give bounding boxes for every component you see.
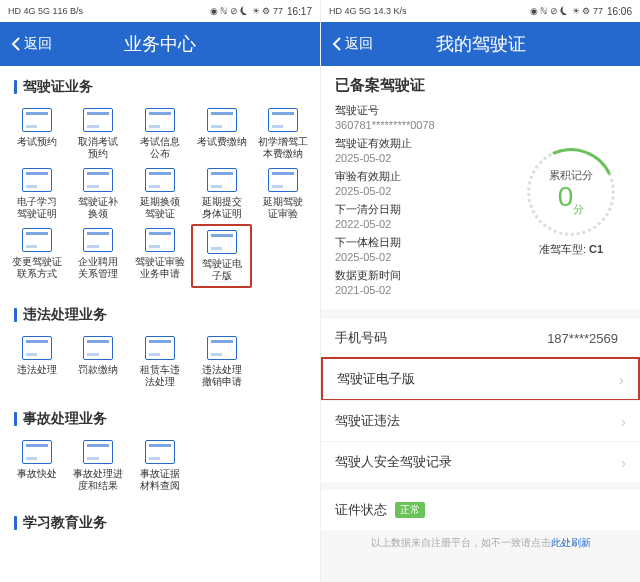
license-field: 下一体检日期2025-05-02 (335, 235, 506, 263)
service-grid: 考试预约取消考试 预约考试信息 公布考试费缴纳初学增驾工 本费缴纳电子学习 驾驶… (0, 104, 320, 294)
license-field: 下一清分日期2022-05-02 (335, 202, 506, 230)
field-key: 驾驶证有效期止 (335, 136, 506, 151)
field-key: 下一体检日期 (335, 235, 506, 250)
license-detail: 已备案驾驶证 驾驶证号360781*********0078驾驶证有效期止202… (321, 66, 640, 582)
back-label: 返回 (345, 35, 373, 53)
section-title: 违法处理业务 (0, 294, 320, 332)
service-label: 驾驶证审验 业务申请 (135, 256, 185, 280)
chevron-left-icon (331, 36, 343, 52)
service-item[interactable]: 初学增驾工 本费缴纳 (252, 104, 314, 164)
status-badge: 正常 (395, 502, 425, 518)
header: 返回 业务中心 (0, 22, 320, 66)
service-label: 考试信息 公布 (140, 136, 180, 160)
service-label: 变更驾驶证 联系方式 (12, 256, 62, 280)
service-item[interactable]: 事故处理进 度和结果 (68, 436, 130, 496)
service-item[interactable]: 事故快处 (6, 436, 68, 496)
field-key: 下一清分日期 (335, 202, 506, 217)
field-key: 审验有效期止 (335, 169, 506, 184)
service-label: 企业聘用 关系管理 (78, 256, 118, 280)
service-label: 租赁车违 法处理 (140, 364, 180, 388)
card-heading: 已备案驾驶证 (335, 76, 626, 95)
chevron-right-icon: › (621, 454, 626, 471)
left-screenshot: HD 4G 5G 116 B/s ◉ ℕ ⊘ ⏾ ☀ ⚙ 7716:17 返回 … (0, 0, 320, 582)
service-label: 考试预约 (17, 136, 57, 160)
license-field: 审验有效期止2025-05-02 (335, 169, 506, 197)
service-item[interactable]: 变更驾驶证 联系方式 (6, 224, 68, 288)
service-label: 初学增驾工 本费缴纳 (258, 136, 308, 160)
field-list: 驾驶证号360781*********0078驾驶证有效期止2025-05-02… (335, 103, 506, 301)
back-button[interactable]: 返回 (321, 35, 383, 53)
service-label: 考试费缴纳 (197, 136, 247, 160)
field-value: 2025-05-02 (335, 185, 506, 197)
service-item[interactable]: 驾驶证审验 业务申请 (129, 224, 191, 288)
service-icon (207, 108, 237, 132)
service-item[interactable]: 驾驶证电 子版 (191, 224, 253, 288)
field-value: 2025-05-02 (335, 251, 506, 263)
service-item[interactable]: 事故证据 材料查阅 (129, 436, 191, 496)
service-icon (207, 336, 237, 360)
nav-row[interactable]: 驾驶证违法› (321, 400, 640, 441)
service-item[interactable]: 考试费缴纳 (191, 104, 253, 164)
license-field: 驾驶证号360781*********0078 (335, 103, 506, 131)
service-icon (22, 336, 52, 360)
row-label: 驾驶证违法 (335, 412, 400, 430)
footer-note: 以上数据来自注册平台，如不一致请点击此处刷新 (321, 530, 640, 552)
header: 返回 我的驾驶证 (321, 22, 640, 66)
back-button[interactable]: 返回 (0, 35, 62, 53)
service-item[interactable]: 罚款缴纳 (68, 332, 130, 392)
refresh-link[interactable]: 此处刷新 (551, 537, 591, 548)
field-value: 2022-05-02 (335, 218, 506, 230)
service-item[interactable]: 违法处理 (6, 332, 68, 392)
section-title: 驾驶证业务 (0, 66, 320, 104)
service-item (191, 436, 253, 496)
back-label: 返回 (24, 35, 52, 53)
service-item[interactable]: 违法处理 撤销申请 (191, 332, 253, 392)
service-item[interactable]: 延期提交 身体证明 (191, 164, 253, 224)
service-item[interactable]: 考试预约 (6, 104, 68, 164)
service-item[interactable]: 延期换领 驾驶证 (129, 164, 191, 224)
service-label: 延期提交 身体证明 (202, 196, 242, 220)
nav-row[interactable]: 驾驶人安全驾驶记录› (321, 441, 640, 482)
cert-state-label: 证件状态 (335, 501, 387, 519)
service-label: 电子学习 驾驶证明 (17, 196, 57, 220)
service-icon (83, 336, 113, 360)
service-list: 驾驶证业务考试预约取消考试 预约考试信息 公布考试费缴纳初学增驾工 本费缴纳电子… (0, 66, 320, 582)
license-field: 数据更新时间2021-05-02 (335, 268, 506, 296)
service-label: 事故证据 材料查阅 (140, 468, 180, 492)
service-label: 取消考试 预约 (78, 136, 118, 160)
service-item[interactable]: 延期驾驶 证审验 (252, 164, 314, 224)
chevron-right-icon: › (621, 413, 626, 430)
service-icon (83, 228, 113, 252)
section-title: 学习教育业务 (0, 502, 320, 540)
service-icon (22, 168, 52, 192)
service-item[interactable]: 驾驶证补 换领 (68, 164, 130, 224)
gauge-value: 0 (558, 181, 574, 212)
gauge-label: 累积记分 (549, 168, 593, 183)
service-icon (207, 168, 237, 192)
service-item[interactable]: 电子学习 驾驶证明 (6, 164, 68, 224)
service-icon (207, 230, 237, 254)
service-item[interactable]: 考试信息 公布 (129, 104, 191, 164)
field-key: 数据更新时间 (335, 268, 506, 283)
nav-row[interactable]: 驾驶证电子版› (321, 357, 640, 401)
service-item (252, 224, 314, 288)
service-label: 驾驶证补 换领 (78, 196, 118, 220)
service-item[interactable]: 租赁车违 法处理 (129, 332, 191, 392)
service-item[interactable]: 企业聘用 关系管理 (68, 224, 130, 288)
field-value: 360781*********0078 (335, 119, 506, 131)
service-icon (22, 228, 52, 252)
service-icon (145, 336, 175, 360)
section-title: 事故处理业务 (0, 398, 320, 436)
service-icon (145, 108, 175, 132)
phone-label: 手机号码 (335, 329, 387, 347)
service-label: 事故处理进 度和结果 (73, 468, 123, 492)
service-grid: 违法处理罚款缴纳租赁车违 法处理违法处理 撤销申请 (0, 332, 320, 398)
service-label: 违法处理 (17, 364, 57, 388)
service-label: 延期驾驶 证审验 (263, 196, 303, 220)
phone-row[interactable]: 手机号码 187****2569 (321, 317, 640, 358)
service-label: 延期换领 驾驶证 (140, 196, 180, 220)
service-item[interactable]: 取消考试 预约 (68, 104, 130, 164)
class-value: C1 (589, 243, 603, 255)
service-item (252, 436, 314, 496)
service-icon (268, 108, 298, 132)
